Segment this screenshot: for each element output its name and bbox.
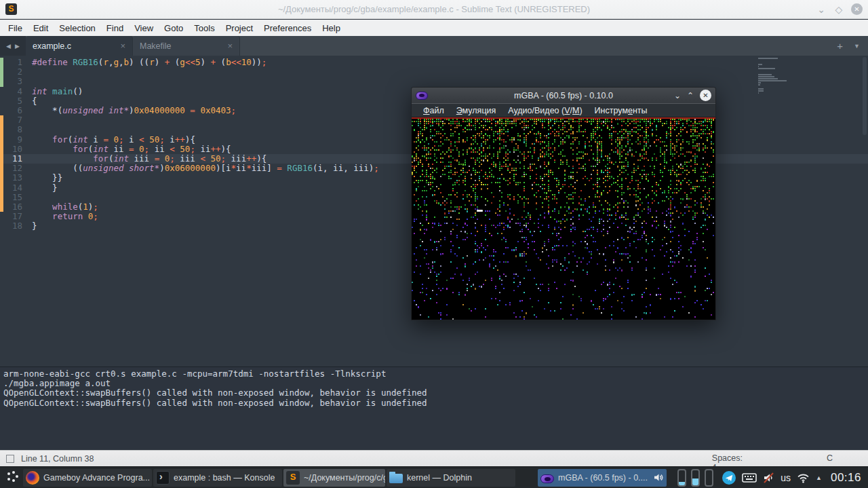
mgba-menu-audio-video[interactable]: Аудио/Видео (V/M) xyxy=(502,105,588,117)
tab-scroll-arrows[interactable]: ◀ ▶ xyxy=(0,36,26,56)
cursor-position[interactable]: Line 11, Column 38 xyxy=(21,454,94,464)
tray-meter-bar[interactable] xyxy=(691,469,700,487)
wifi-icon[interactable] xyxy=(797,472,810,483)
code-text: ((unsigned short*)0x06000000)[i*ii*iii] … xyxy=(32,164,379,173)
window-title: ~/Документы/prog/c/gba/example/example.c… xyxy=(0,4,868,14)
konsole-icon xyxy=(156,471,170,485)
tab-scroll-right-icon[interactable]: ▶ xyxy=(15,43,20,50)
tray-meter-bar[interactable] xyxy=(705,469,713,487)
menubar-item-tools[interactable]: Tools xyxy=(189,21,220,35)
line-number: 17 xyxy=(3,212,32,221)
line-number: 7 xyxy=(3,115,32,125)
line-number: 10 xyxy=(3,145,32,154)
build-output-line: arm-none-eabi-gcc crt0.s example.c -mcpu… xyxy=(3,369,868,379)
line-number: 15 xyxy=(3,193,32,202)
line-number: 1 xyxy=(3,58,32,67)
new-tab-button[interactable]: + xyxy=(837,40,843,52)
taskbar-task-sublime[interactable]: ~/Документы/prog/c/gba... xyxy=(283,469,385,487)
status-bar: Line 11, Column 38 Spaces: 4 C xyxy=(0,450,868,466)
mgba-menubar: ФайлЭмуляцияАудио/Видео (V/M)Инструменты xyxy=(412,104,715,117)
menubar-item-edit[interactable]: Edit xyxy=(28,21,54,35)
code-text: *(unsigned int*)0x04000000 = 0x0403; xyxy=(32,106,236,115)
vintage-mode-icon[interactable] xyxy=(6,455,14,463)
mgba-menu-tools[interactable]: Инструменты xyxy=(589,105,654,117)
app-launcher-icon[interactable] xyxy=(3,469,23,487)
line-number: 2 xyxy=(3,67,32,77)
task-label: mGBA - (60.5 fps) - 0.... xyxy=(558,473,650,483)
tray-expand-icon[interactable]: ▲ xyxy=(816,474,822,481)
sublime-titlebar[interactable]: ~/Документы/prog/c/gba/example/example.c… xyxy=(0,0,868,19)
firefox-icon xyxy=(26,471,39,485)
minimap[interactable] xyxy=(758,58,826,94)
telegram-icon[interactable] xyxy=(722,471,736,485)
code-text: int main() xyxy=(32,87,83,96)
build-output-panel[interactable]: arm-none-eabi-gcc crt0.s example.c -mcpu… xyxy=(0,367,868,450)
keyboard-icon[interactable] xyxy=(742,472,757,483)
taskbar: Gameboy Advance Progra...example : bash … xyxy=(0,466,868,488)
sublime-menubar: FileEditSelectionFindViewGotoToolsProjec… xyxy=(0,20,868,36)
task-label: ~/Документы/prog/c/gba... xyxy=(304,473,385,483)
mgba-icon xyxy=(540,474,554,483)
close-icon[interactable]: ✕ xyxy=(851,3,863,15)
code-line-2[interactable]: 2 xyxy=(0,67,868,77)
tab-makefile[interactable]: Makefile× xyxy=(133,36,240,56)
system-tray: us ▲ 00:16 xyxy=(677,469,868,487)
line-number: 8 xyxy=(3,125,32,134)
task-label: Gameboy Advance Progra... xyxy=(43,473,152,483)
task-label: example : bash — Konsole xyxy=(174,473,282,483)
taskbar-task-mgba[interactable]: mGBA - (60.5 fps) - 0.... xyxy=(538,469,667,487)
tray-meter-bar[interactable] xyxy=(677,469,686,487)
mgba-titlebar[interactable]: mGBA - (60.5 fps) - 0.10.0 ⌄ ⌃ ✕ xyxy=(412,88,715,104)
code-text xyxy=(32,77,37,86)
muted-speaker-icon[interactable] xyxy=(763,472,774,483)
mgba-minimize-icon[interactable]: ⌄ xyxy=(674,91,681,100)
menubar-item-preferences[interactable]: Preferences xyxy=(258,21,317,35)
line-number: 12 xyxy=(3,164,32,173)
menubar-item-file[interactable]: File xyxy=(3,21,28,35)
code-text: }} xyxy=(32,173,62,183)
menubar-item-selection[interactable]: Selection xyxy=(54,21,100,35)
mgba-close-icon[interactable]: ✕ xyxy=(700,90,711,101)
taskbar-task-konsole[interactable]: example : bash — Konsole xyxy=(153,469,282,487)
line-number: 18 xyxy=(3,221,32,231)
line-number: 3 xyxy=(3,77,32,86)
menubar-item-goto[interactable]: Goto xyxy=(159,21,189,35)
code-text: for(int i = 0; i < 50; i++){ xyxy=(32,135,195,145)
line-number: 5 xyxy=(3,96,32,106)
menubar-item-project[interactable]: Project xyxy=(220,21,258,35)
code-line-3[interactable]: 3 xyxy=(0,77,868,86)
line-number: 6 xyxy=(3,106,32,115)
code-text: for(int iii = 0; iii < 50; iii++){ xyxy=(32,154,267,164)
taskbar-task-dolphin[interactable]: kernel — Dolphin xyxy=(387,469,515,487)
menubar-item-help[interactable]: Help xyxy=(317,21,346,35)
tab-close-icon[interactable]: × xyxy=(120,41,125,51)
tab-close-icon[interactable]: × xyxy=(227,41,233,51)
tab-overflow-icon[interactable]: ▼ xyxy=(854,43,860,50)
line-number: 16 xyxy=(3,202,32,212)
mgba-menu-file[interactable]: Файл xyxy=(417,105,450,117)
mgba-logo-icon xyxy=(416,92,428,100)
code-text xyxy=(32,67,37,77)
code-text: { xyxy=(32,96,37,106)
keyboard-layout-indicator[interactable]: us xyxy=(781,472,791,483)
syntax-setting[interactable]: C xyxy=(827,453,833,463)
dolphin-icon xyxy=(389,474,403,483)
mgba-window-title: mGBA - (60.5 fps) - 0.10.0 xyxy=(412,91,715,100)
code-line-1[interactable]: 1#define RGB16(r,g,b) ((r) + (g<<5) + (b… xyxy=(0,58,868,67)
emulator-screen[interactable] xyxy=(412,117,715,320)
clock[interactable]: 00:16 xyxy=(831,471,861,485)
tab-scroll-left-icon[interactable]: ◀ xyxy=(6,43,11,50)
tab-label: example.c xyxy=(33,41,120,51)
mgba-maximize-icon[interactable]: ⌃ xyxy=(687,91,694,100)
menubar-item-find[interactable]: Find xyxy=(101,21,129,35)
tray-meter-widgets[interactable] xyxy=(677,469,713,487)
menubar-item-view[interactable]: View xyxy=(129,21,159,35)
minimize-icon[interactable]: ⌄ xyxy=(816,4,827,15)
taskbar-task-firefox[interactable]: Gameboy Advance Progra... xyxy=(23,469,152,487)
editor-scrollbar[interactable] xyxy=(863,57,867,135)
build-output-line: ./mgba.appimage a.out xyxy=(3,379,868,388)
mgba-menu-emulation[interactable]: Эмуляция xyxy=(450,105,502,117)
speaker-icon xyxy=(654,473,663,482)
maximize-icon[interactable]: ◇ xyxy=(833,4,844,15)
tab-example.c[interactable]: example.c× xyxy=(26,36,133,56)
